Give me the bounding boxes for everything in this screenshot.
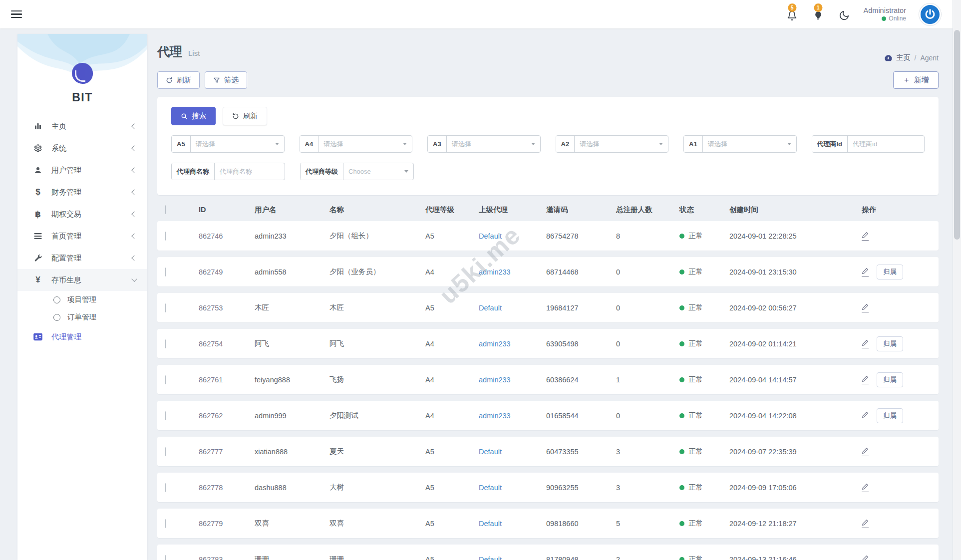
select-a3[interactable]: A3 请选择 <box>427 135 541 153</box>
cell-name: 木匠 <box>329 303 425 312</box>
row-checkbox[interactable] <box>165 268 166 277</box>
sidebar-item-deposit-interest[interactable]: ¥ 存币生息 <box>17 269 147 291</box>
sidebar: BIT 主页 系统 用户管理 $ 财务管理 <box>17 34 147 560</box>
search-button[interactable]: 搜索 <box>171 107 216 125</box>
cell-created-at: 2024-09-13 21:16:46 <box>729 556 862 560</box>
sidebar-item-options-trading[interactable]: ฿ 期权交易 <box>17 203 147 225</box>
select-a5[interactable]: A5 请选择 <box>171 135 285 153</box>
agent-id-input[interactable] <box>848 140 924 148</box>
edit-icon[interactable] <box>862 268 869 277</box>
cell-registered-count: 1 <box>616 376 679 384</box>
row-checkbox[interactable] <box>165 519 166 528</box>
sidebar-item-system[interactable]: 系统 <box>17 137 147 159</box>
parent-agent-link[interactable]: Default <box>479 232 502 240</box>
cell-id: 862779 <box>199 520 255 528</box>
sidebar-item-config[interactable]: 配置管理 <box>17 247 147 269</box>
parent-agent-link[interactable]: Default <box>479 304 502 312</box>
caret-down-icon <box>787 143 791 145</box>
agent-level-select[interactable]: 代理商等级 Choose <box>300 163 414 180</box>
cell-registered-count: 0 <box>616 268 679 276</box>
brand[interactable]: BIT <box>17 34 147 104</box>
notifications-bell-button[interactable]: 5 <box>786 8 799 21</box>
sidebar-item-home[interactable]: 主页 <box>17 115 147 137</box>
row-checkbox[interactable] <box>165 447 166 456</box>
reset-button[interactable]: 刷新 <box>223 107 267 125</box>
parent-agent-link[interactable]: admin233 <box>479 268 511 276</box>
assign-button[interactable]: 归属 <box>877 265 903 280</box>
refresh-button[interactable]: 刷新 <box>157 71 200 89</box>
sidebar-item-users[interactable]: 用户管理 <box>17 159 147 181</box>
status-dot <box>679 413 684 418</box>
row-checkbox[interactable] <box>165 411 166 420</box>
status-badge: 正常 <box>679 555 729 560</box>
cell-created-at: 2024-09-09 17:05:06 <box>729 484 862 492</box>
caret-down-icon <box>531 143 535 145</box>
edit-icon[interactable] <box>862 447 869 456</box>
parent-agent-link[interactable]: Default <box>479 448 502 456</box>
sidebar-subitem-order-mgmt[interactable]: 订单管理 <box>17 308 147 326</box>
bell-badge: 5 <box>788 3 796 12</box>
parent-agent-link[interactable]: admin233 <box>479 412 511 420</box>
row-checkbox[interactable] <box>165 483 166 492</box>
menu-toggle-icon[interactable] <box>11 8 22 20</box>
cell-level: A4 <box>425 340 479 348</box>
cell-registered-count: 0 <box>616 412 679 420</box>
select-all-checkbox[interactable] <box>165 205 166 214</box>
sidebar-menu: 主页 系统 用户管理 $ 财务管理 ฿ 期权交易 <box>17 115 147 348</box>
cell-name: 夏天 <box>329 447 425 456</box>
parent-agent-link[interactable]: Default <box>479 484 502 492</box>
assign-button[interactable]: 归属 <box>877 372 903 387</box>
row-checkbox[interactable] <box>165 339 166 348</box>
edit-icon[interactable] <box>862 483 869 492</box>
row-checkbox[interactable] <box>165 555 166 560</box>
edit-icon[interactable] <box>862 375 869 384</box>
chevron-left-icon <box>131 167 137 173</box>
filter-button[interactable]: 筛选 <box>205 71 247 89</box>
agent-name-input[interactable] <box>215 168 285 175</box>
dark-mode-button[interactable] <box>838 8 851 21</box>
breadcrumb-home[interactable]: 主页 <box>897 53 911 62</box>
avatar[interactable] <box>919 3 941 25</box>
add-button[interactable]: ＋ 新增 <box>893 71 939 89</box>
user-info[interactable]: Administrator Online <box>864 6 906 22</box>
scrollbar-thumb[interactable] <box>954 30 960 240</box>
scrollbar[interactable] <box>953 0 961 560</box>
cell-created-at: 2024-09-02 01:14:21 <box>729 340 862 348</box>
sidebar-item-agent-mgmt[interactable]: 代理管理 <box>17 326 147 348</box>
status-badge: 正常 <box>679 231 729 241</box>
chevron-left-icon <box>131 211 137 217</box>
cell-id: 862777 <box>199 448 255 456</box>
cell-registered-count: 8 <box>616 232 679 240</box>
tips-bulb-button[interactable]: 1 <box>812 8 825 21</box>
sidebar-item-finance[interactable]: $ 财务管理 <box>17 181 147 203</box>
agent-name-field[interactable]: 代理商名称 <box>171 163 285 180</box>
row-checkbox[interactable] <box>165 232 166 241</box>
sidebar-item-homepage-mgmt[interactable]: 首页管理 <box>17 225 147 247</box>
row-checkbox[interactable] <box>165 303 166 312</box>
sidebar-subitem-project-mgmt[interactable]: 项目管理 <box>17 291 147 308</box>
select-a2[interactable]: A2 请选择 <box>556 135 669 153</box>
table-row: 862754 阿飞 阿飞 A4 admin233 63905498 0 正常 2… <box>157 329 939 358</box>
parent-agent-link[interactable]: Default <box>479 556 502 560</box>
table-row: 862749 admin558 夕阳（业务员） A4 admin233 6871… <box>157 257 939 286</box>
status-badge: 正常 <box>679 519 729 528</box>
select-a4[interactable]: A4 请选择 <box>300 135 413 153</box>
row-checkbox[interactable] <box>165 375 166 384</box>
parent-agent-link[interactable]: admin233 <box>479 340 511 348</box>
assign-button[interactable]: 归属 <box>877 408 903 423</box>
cell-name: 夕阳（业务员） <box>329 267 425 277</box>
edit-icon[interactable] <box>862 411 869 420</box>
parent-agent-link[interactable]: admin233 <box>479 376 511 384</box>
parent-agent-link[interactable]: Default <box>479 520 502 528</box>
edit-icon[interactable] <box>862 555 869 560</box>
edit-icon[interactable] <box>862 519 869 528</box>
agent-id-field[interactable]: 代理商Id <box>812 135 925 153</box>
edit-icon[interactable] <box>862 232 869 241</box>
edit-icon[interactable] <box>862 339 869 348</box>
cell-id: 862746 <box>199 232 255 240</box>
edit-icon[interactable] <box>862 303 869 312</box>
breadcrumb: 主页 / Agent <box>884 43 939 62</box>
search-icon <box>181 113 188 120</box>
assign-button[interactable]: 归属 <box>877 336 903 351</box>
select-a1[interactable]: A1 请选择 <box>683 135 797 153</box>
